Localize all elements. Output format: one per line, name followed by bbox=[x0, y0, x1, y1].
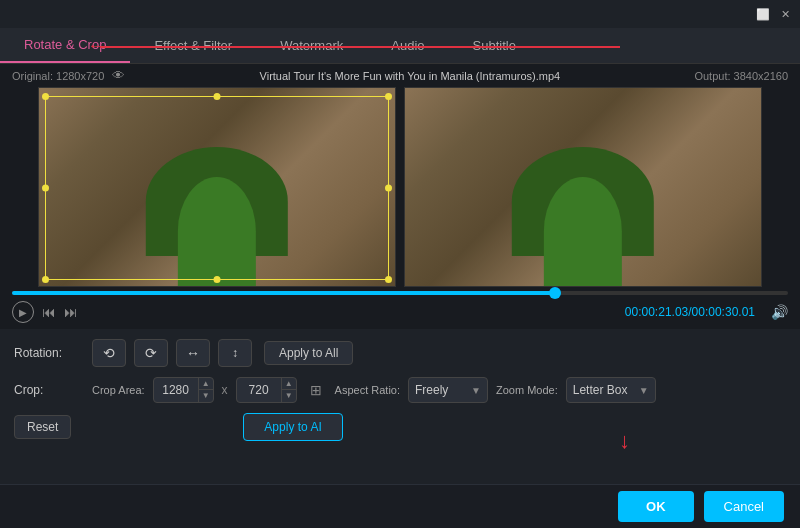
x-separator: x bbox=[222, 383, 228, 397]
aspect-ratio-dropdown-icon: ▼ bbox=[471, 385, 481, 396]
bottom-bar: OK Cancel bbox=[0, 484, 800, 528]
output-image bbox=[405, 88, 761, 286]
rotate-left-button[interactable]: ⟲ bbox=[92, 339, 126, 367]
title-bar: ⬜ ✕ bbox=[0, 0, 800, 28]
original-image bbox=[39, 88, 395, 286]
apply-ai-area: Apply to AI bbox=[243, 413, 342, 441]
progress-track[interactable] bbox=[12, 291, 788, 295]
center-crop-icon[interactable]: ⊞ bbox=[305, 379, 327, 401]
output-res-label: Output: 3840x2160 bbox=[694, 70, 788, 82]
crop-height-down[interactable]: ▼ bbox=[282, 390, 296, 402]
apply-all-button[interactable]: Apply to All bbox=[264, 341, 353, 365]
crop-controls: Crop Area: ▲ ▼ x ▲ ▼ ⊞ Aspect Ratio: Fre… bbox=[92, 377, 656, 403]
playback-controls: ▶ ⏮ ⏭ 00:00:21.03/00:00:30.01 🔊 bbox=[12, 301, 788, 323]
ok-button[interactable]: OK bbox=[618, 491, 694, 522]
tab-audio[interactable]: Audio bbox=[367, 28, 448, 63]
crop-area-label: Crop Area: bbox=[92, 384, 145, 396]
preview-meta: Original: 1280x720 👁 Virtual Tour It's M… bbox=[12, 68, 788, 83]
zoom-mode-select[interactable]: Letter Box ▼ bbox=[566, 377, 656, 403]
total-time: 00:00:30.01 bbox=[692, 305, 755, 319]
crop-width-input[interactable]: ▲ ▼ bbox=[153, 377, 214, 403]
progress-thumb[interactable] bbox=[549, 287, 561, 299]
preview-filename: Virtual Tour It's More Fun with You in M… bbox=[125, 70, 694, 82]
original-res-label: Original: 1280x720 bbox=[12, 70, 104, 82]
tab-watermark[interactable]: Watermark bbox=[256, 28, 367, 63]
reset-button[interactable]: Reset bbox=[14, 415, 71, 439]
step-forward-button[interactable]: ⏭ bbox=[64, 304, 78, 320]
cancel-button[interactable]: Cancel bbox=[704, 491, 784, 522]
apply-ai-button[interactable]: Apply to AI bbox=[243, 413, 342, 441]
rotation-label: Rotation: bbox=[14, 346, 84, 360]
tabs-bar: ← Rotate & Crop Effect & Filter Watermar… bbox=[0, 28, 800, 64]
rotation-row: Rotation: ⟲ ⟳ ↔ ↕ Apply to All bbox=[14, 339, 786, 367]
tab-subtitle[interactable]: Subtitle bbox=[449, 28, 540, 63]
crop-height-field[interactable] bbox=[237, 383, 281, 397]
crop-width-down[interactable]: ▼ bbox=[199, 390, 213, 402]
aspect-ratio-label: Aspect Ratio: bbox=[335, 384, 400, 396]
crop-row: Crop: Crop Area: ▲ ▼ x ▲ ▼ ⊞ Aspect Rati… bbox=[14, 377, 786, 403]
close-button[interactable]: ✕ bbox=[778, 7, 792, 21]
preview-panels bbox=[12, 87, 788, 287]
zoom-mode-label: Zoom Mode: bbox=[496, 384, 558, 396]
zoom-mode-dropdown-icon: ▼ bbox=[639, 385, 649, 396]
volume-icon[interactable]: 🔊 bbox=[771, 304, 788, 320]
controls-area: Rotation: ⟲ ⟳ ↔ ↕ Apply to All Crop: Cro… bbox=[0, 329, 800, 451]
flip-horizontal-button[interactable]: ↔ bbox=[176, 339, 210, 367]
playback-bar: ▶ ⏮ ⏭ 00:00:21.03/00:00:30.01 🔊 bbox=[0, 287, 800, 329]
crop-width-up[interactable]: ▲ bbox=[199, 378, 213, 390]
step-back-button[interactable]: ⏮ bbox=[42, 304, 56, 320]
time-display: 00:00:21.03/00:00:30.01 bbox=[625, 305, 755, 319]
rotate-right-button[interactable]: ⟳ bbox=[134, 339, 168, 367]
crop-height-input[interactable]: ▲ ▼ bbox=[236, 377, 297, 403]
output-preview bbox=[404, 87, 762, 287]
play-button[interactable]: ▶ bbox=[12, 301, 34, 323]
progress-fill bbox=[12, 291, 555, 295]
action-row: Reset Apply to AI bbox=[14, 413, 786, 441]
original-preview bbox=[38, 87, 396, 287]
current-time: 00:00:21.03 bbox=[625, 305, 688, 319]
aspect-ratio-select[interactable]: Freely ▼ bbox=[408, 377, 488, 403]
tab-effect-filter[interactable]: Effect & Filter bbox=[130, 28, 256, 63]
eye-icon[interactable]: 👁 bbox=[112, 68, 125, 83]
crop-height-up[interactable]: ▲ bbox=[282, 378, 296, 390]
minimize-button[interactable]: ⬜ bbox=[756, 7, 770, 21]
preview-area: Original: 1280x720 👁 Virtual Tour It's M… bbox=[0, 64, 800, 287]
tab-rotate-crop[interactable]: Rotate & Crop bbox=[0, 28, 130, 63]
crop-width-field[interactable] bbox=[154, 383, 198, 397]
flip-vertical-button[interactable]: ↕ bbox=[218, 339, 252, 367]
crop-label: Crop: bbox=[14, 383, 84, 397]
